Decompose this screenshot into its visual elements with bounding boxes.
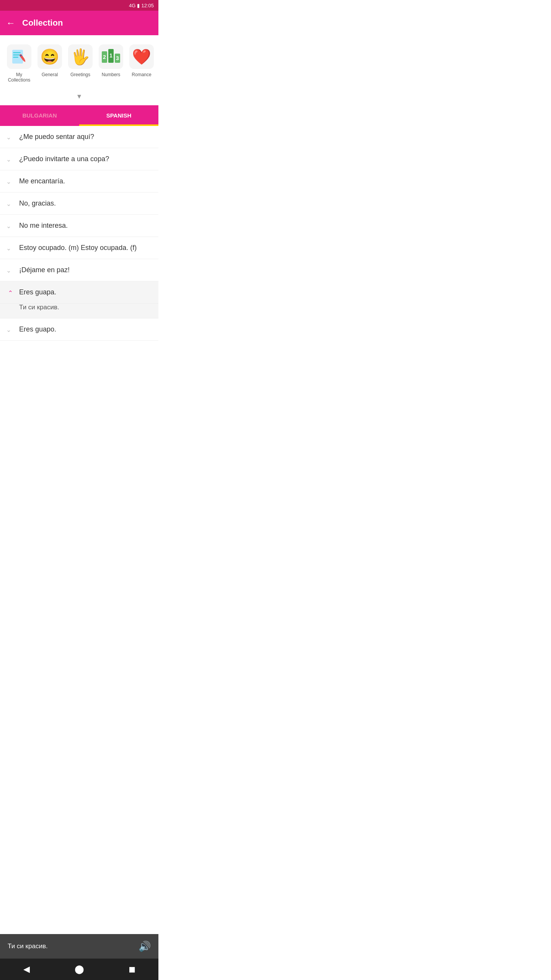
phrase-item[interactable]: ⌄Eres guapo. — [0, 318, 158, 341]
phrase-item[interactable]: ⌄Eres guapa. — [0, 281, 158, 304]
category-label-my-collections: My Collections — [6, 72, 32, 83]
page-title: Collection — [22, 18, 63, 28]
phrase-text: No me interesa. — [19, 222, 152, 230]
category-item-numbers[interactable]: 2 1 3 Numbers — [96, 43, 126, 79]
category-item-emergency[interactable]: Emergency — [157, 43, 158, 79]
phrase-chevron-icon: ⌄ — [6, 267, 13, 274]
category-label-greetings: Greetings — [70, 72, 90, 77]
svg-rect-1 — [13, 52, 21, 53]
tab-spanish[interactable]: SPANISH — [79, 105, 158, 126]
phrase-text: ¿Puedo invitarte a una copa? — [19, 155, 152, 163]
category-icon-my-collections — [7, 44, 31, 69]
category-item-general[interactable]: 😄General — [34, 43, 65, 79]
expand-row[interactable]: ▾ — [0, 88, 158, 105]
tab-bulgarian[interactable]: BULGARIAN — [0, 105, 79, 126]
phrase-item[interactable]: ⌄¿Me puedo sentar aquí? — [0, 126, 158, 148]
category-icon-romance: ❤️ — [129, 44, 154, 69]
phrase-text: ¿Me puedo sentar aquí? — [19, 133, 152, 141]
phrase-item[interactable]: ⌄Me encantaría. — [0, 170, 158, 193]
phrase-text: No, gracias. — [19, 199, 152, 207]
phrase-list: ⌄¿Me puedo sentar aquí?⌄¿Puedo invitarte… — [0, 126, 158, 341]
category-icon-greetings: 🖐 — [68, 44, 93, 69]
phrase-chevron-icon: ⌄ — [6, 222, 13, 230]
language-tabs: BULGARIANSPANISH — [0, 105, 158, 126]
phrase-chevron-icon: ⌄ — [6, 156, 13, 163]
category-scroll: My Collections😄General🖐Greetings 2 1 3 N… — [0, 35, 158, 88]
phrase-text: Eres guapa. — [19, 288, 152, 296]
network-indicator: 4G — [129, 3, 135, 8]
status-bar: 4G ▮ 12:05 — [0, 0, 158, 11]
category-label-numbers: Numbers — [102, 72, 121, 77]
category-label-romance: Romance — [132, 72, 151, 77]
time-display: 12:05 — [141, 3, 154, 8]
phrase-item[interactable]: ⌄¿Puedo invitarte a una copa? — [0, 148, 158, 170]
expand-icon[interactable]: ▾ — [77, 91, 81, 101]
category-item-romance[interactable]: ❤️Romance — [126, 43, 157, 79]
battery-indicator: ▮ — [137, 3, 140, 8]
category-icon-general: 😄 — [37, 44, 62, 69]
svg-text:2: 2 — [103, 54, 106, 60]
svg-rect-3 — [13, 57, 18, 58]
phrase-text: Eres guapo. — [19, 325, 152, 333]
svg-text:3: 3 — [116, 55, 119, 61]
phrase-chevron-icon: ⌄ — [6, 245, 13, 252]
category-icon-numbers: 2 1 3 — [99, 44, 123, 69]
phrase-text: Me encantaría. — [19, 177, 152, 185]
phrase-item[interactable]: ⌄No me interesa. — [0, 215, 158, 237]
phrase-item[interactable]: ⌄¡Déjame en paz! — [0, 259, 158, 281]
phrase-chevron-icon: ⌄ — [6, 200, 13, 207]
phrase-item[interactable]: ⌄No, gracias. — [0, 193, 158, 215]
phrase-text: Estoy ocupado. (m) Estoy ocupada. (f) — [19, 244, 152, 252]
svg-text:1: 1 — [109, 52, 112, 59]
phrase-translation: Ти си красив. — [0, 304, 158, 318]
phrase-chevron-icon: ⌄ — [6, 134, 13, 141]
phrase-item[interactable]: ⌄Estoy ocupado. (m) Estoy ocupada. (f) — [0, 237, 158, 259]
phrase-chevron-icon: ⌄ — [6, 178, 13, 185]
category-item-greetings[interactable]: 🖐Greetings — [65, 43, 96, 79]
phrase-chevron-icon: ⌄ — [6, 326, 13, 333]
status-icons: 4G ▮ 12:05 — [129, 3, 154, 8]
phrase-chevron-icon: ⌄ — [6, 289, 13, 296]
back-button[interactable]: ← — [6, 18, 15, 28]
category-label-general: General — [42, 72, 58, 77]
phrase-text: ¡Déjame en paz! — [19, 266, 152, 274]
category-item-my-collections[interactable]: My Collections — [4, 43, 34, 85]
app-bar: ← Collection — [0, 11, 158, 35]
